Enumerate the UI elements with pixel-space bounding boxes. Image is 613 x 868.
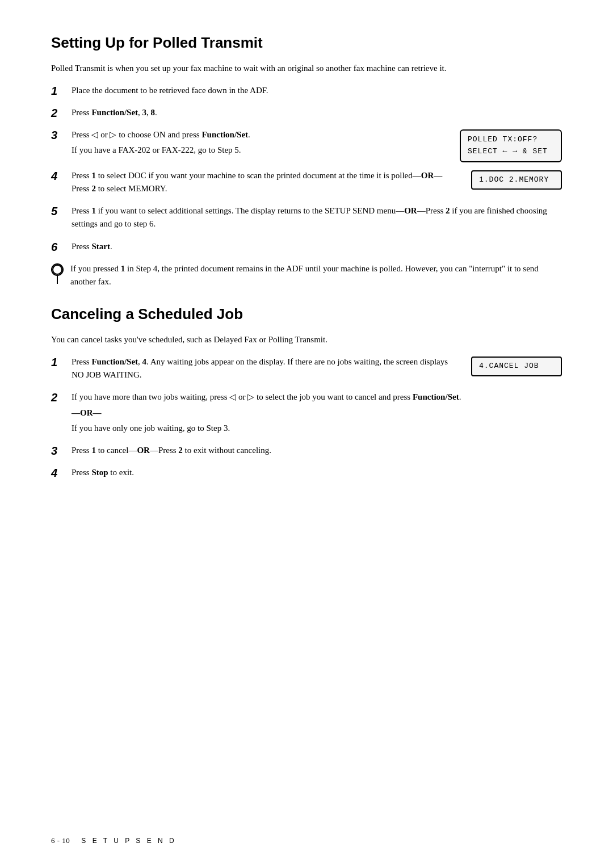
cancel-step-1-number: 1 [51, 355, 72, 369]
step-4-row: Press 1 to select DOC if you want your m… [72, 169, 562, 198]
step-2-content: Press Function/Set, 3, 8. [72, 106, 562, 121]
cancel-step-2-text: If you have more than two jobs waiting, … [72, 391, 562, 404]
step-2-text: Press Function/Set, 3, 8. [72, 106, 562, 119]
arrow-left-2-icon: ◁ [229, 392, 236, 401]
section2-steps: 1 Press Function/Set, 4. Any waiting job… [51, 355, 562, 482]
cancel-step-2-number: 2 [51, 391, 72, 404]
cancel-step-2: 2 If you have more than two jobs waiting… [51, 391, 562, 437]
step-3-bold: Function/Set [201, 130, 248, 139]
footer-page-number: 6 - 10 [51, 836, 70, 845]
cancel-step-3-text: Press 1 to cancel—OR—Press 2 to exit wit… [72, 444, 562, 457]
section1-intro: Polled Transmit is when you set up your … [51, 62, 562, 75]
cancel-step-3-content: Press 1 to cancel—OR—Press 2 to exit wit… [72, 444, 562, 459]
step-4-number: 4 [51, 169, 72, 183]
cancel-step-1: 1 Press Function/Set, 4. Any waiting job… [51, 355, 562, 384]
arrow-right-icon: ▷ [110, 130, 116, 139]
step-6-content: Press Start. [72, 240, 562, 255]
cancel-step-4-content: Press Stop to exit. [72, 466, 562, 481]
step-4: 4 Press 1 to select DOC if you want your… [51, 169, 562, 198]
step-2-bold1: Function/Set [91, 108, 138, 117]
step-5: 5 Press 1 if you want to select addition… [51, 204, 562, 233]
footer-section-title: S E T U P S E N D [81, 837, 176, 845]
step-5-content: Press 1 if you want to select additional… [72, 204, 562, 233]
step-1: 1 Place the document to be retrieved fac… [51, 84, 562, 99]
step-4-text: Press 1 to select DOC if you want your m… [72, 169, 448, 196]
arrow-right-2-icon: ▷ [247, 392, 254, 401]
cancel-step-1-text-col: Press Function/Set, 4. Any waiting jobs … [72, 355, 448, 384]
step-6: 6 Press Start. [51, 240, 562, 255]
svg-point-0 [53, 265, 62, 274]
step-3-number: 3 [51, 128, 72, 142]
step-5-text: Press 1 if you want to select additional… [72, 204, 562, 231]
step-3-text: Press ◁ or ▷ to choose ON and press Func… [72, 128, 437, 141]
step-1-text: Place the document to be retrieved face … [72, 84, 562, 97]
step-2-bold2: 3 [142, 108, 147, 117]
step-5-number: 5 [51, 204, 72, 218]
cancel-step-3: 3 Press 1 to cancel—OR—Press 2 to exit w… [51, 444, 562, 459]
note-text: If you pressed 1 in Step 4, the printed … [70, 262, 562, 289]
step-6-text: Press Start. [72, 240, 562, 253]
lcd-display-2: 1.DOC 2.MEMORY [471, 170, 562, 190]
cancel-step-4-text: Press Stop to exit. [72, 466, 562, 479]
step-2-number: 2 [51, 106, 72, 120]
step-1-content: Place the document to be retrieved face … [72, 84, 562, 99]
cancel-step-3-number: 3 [51, 444, 72, 458]
cancel-step-2-content: If you have more than two jobs waiting, … [72, 391, 562, 437]
step-6-bold: Start [91, 242, 110, 251]
cancel-step-4: 4 Press Stop to exit. [51, 466, 562, 481]
cancel-step-1-lcd: 4.CANCEL JOB [471, 355, 562, 376]
step-1-number: 1 [51, 84, 72, 98]
cancel-step-1-row: Press Function/Set, 4. Any waiting jobs … [72, 355, 562, 384]
step-3-text-col: Press ◁ or ▷ to choose ON and press Func… [72, 128, 437, 160]
step-3-content: Press ◁ or ▷ to choose ON and press Func… [72, 128, 562, 162]
step-4-text-col: Press 1 to select DOC if you want your m… [72, 169, 448, 198]
section1-note: If you pressed 1 in Step 4, the printed … [51, 262, 562, 289]
lcd-display-3: 4.CANCEL JOB [471, 357, 562, 376]
section1-steps: 1 Place the document to be retrieved fac… [51, 84, 562, 255]
arrow-left-icon: ◁ [91, 130, 98, 139]
step-4-content: Press 1 to select DOC if you want your m… [72, 169, 562, 198]
cancel-step-4-number: 4 [51, 466, 72, 480]
step-4-lcd: 1.DOC 2.MEMORY [471, 169, 562, 190]
step-2: 2 Press Function/Set, 3, 8. [51, 106, 562, 121]
step-3: 3 Press ◁ or ▷ to choose ON and press Fu… [51, 128, 562, 162]
cancel-step-2-sub: If you have only one job waiting, go to … [72, 422, 562, 435]
note-icon [51, 263, 64, 276]
section2-title: Canceling a Scheduled Job [51, 305, 562, 323]
section1-title: Setting Up for Polled Transmit [51, 34, 562, 52]
note-svg-icon [52, 265, 62, 275]
step-3-subtext: If you have a FAX-202 or FAX-222, go to … [72, 144, 437, 157]
page-footer: 6 - 10 S E T U P S E N D [51, 836, 562, 845]
step-3-lcd: POLLED TX:OFF? SELECT ← → & SET [460, 128, 562, 162]
cancel-step-2-or: —OR— [72, 406, 562, 420]
cancel-step-1-text: Press Function/Set, 4. Any waiting jobs … [72, 355, 448, 382]
lcd-display-1: POLLED TX:OFF? SELECT ← → & SET [460, 129, 562, 162]
step-2-bold3: 8 [151, 108, 156, 117]
page-content: Setting Up for Polled Transmit Polled Tr… [0, 0, 613, 534]
step-6-number: 6 [51, 240, 72, 254]
cancel-step-1-content: Press Function/Set, 4. Any waiting jobs … [72, 355, 562, 384]
section2-intro: You can cancel tasks you've scheduled, s… [51, 333, 562, 346]
step-3-row: Press ◁ or ▷ to choose ON and press Func… [72, 128, 562, 162]
cancel-step-4-bold: Stop [91, 468, 108, 477]
